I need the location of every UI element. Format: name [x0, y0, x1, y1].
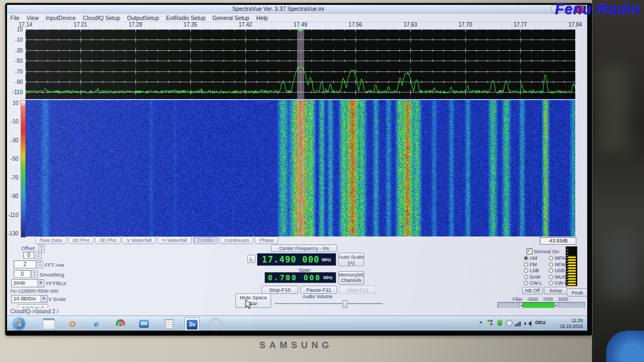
sample-rate-info: Fs=1228800 RBW=600: [10, 288, 58, 294]
tray-expand-icon[interactable]: ▲: [479, 320, 483, 324]
waterfall-db-axis: 10-10-30-50-70-90-110-130: [7, 100, 19, 236]
waterfall-db-tick-7: -130: [7, 231, 18, 236]
waterfall-db-tick-0: 10: [7, 100, 18, 106]
v-scale-select[interactable]: 10 dB/Div: [11, 295, 48, 303]
mouse-cursor: [245, 299, 252, 310]
view-tab-4[interactable]: H Waterfall: [157, 236, 192, 244]
spectrum-db-tick-4: -70: [7, 69, 23, 75]
setup-button[interactable]: Setup: [544, 287, 568, 294]
tray-language-indicator[interactable]: DEU: [535, 320, 546, 325]
view-tab-6[interactable]: Continuum: [220, 236, 253, 244]
smoothing-spinner[interactable]: ▲▼: [31, 270, 38, 278]
fft-blk-select[interactable]: 2048: [11, 279, 44, 287]
window-title: SpectraVue Ver. 3.37 SpectraVue.ini: [7, 5, 549, 12]
mode-radio-8[interactable]: CW-L: [523, 280, 548, 287]
memory-channels-button[interactable]: Memory(M) Channels: [338, 271, 364, 285]
audio-volume-track[interactable]: [274, 303, 383, 304]
view-tab-5[interactable]: Combo: [193, 236, 219, 244]
remote-app-icon[interactable]: [137, 318, 151, 330]
tray-date: 15.10.2015: [560, 324, 583, 330]
span-unit: MHz: [323, 275, 332, 280]
start-button-orb[interactable]: [12, 317, 25, 330]
menu-item-3[interactable]: CloudIQ Setup: [83, 15, 120, 21]
offset-value[interactable]: 0: [23, 252, 34, 259]
tray-security-shield-icon[interactable]: [497, 320, 502, 326]
view-tab-7[interactable]: Phase: [255, 236, 278, 244]
tray-clock-icon[interactable]: [506, 320, 512, 326]
spectrum-plot[interactable]: [25, 29, 575, 100]
waterfall-db-tick-6: -110: [7, 212, 18, 218]
freq-tick-5: 17.49: [293, 22, 307, 28]
pause-button[interactable]: Pause-F11: [300, 286, 337, 294]
l-button[interactable]: L: [247, 255, 255, 263]
view-tab-2[interactable]: 3D Plot: [95, 236, 121, 244]
stop-button[interactable]: Stop-F10: [261, 286, 298, 294]
view-tab-3[interactable]: V Waterfall: [122, 236, 156, 244]
laptop-brand-logo: SAMSUNG: [242, 340, 350, 351]
demod-on-label: Demod On: [534, 248, 559, 254]
mode-radio-6[interactable]: SAM: [523, 274, 548, 281]
offset-label: Offset: [21, 245, 35, 251]
view-tab-1[interactable]: 2D Plot: [68, 236, 94, 244]
laptop-screen: SpectraVue Ver. 3.37 SpectraVue.ini – ▢ …: [5, 3, 592, 335]
smoothing-input[interactable]: 0: [14, 270, 31, 278]
start-button[interactable]: Start-F12: [339, 286, 376, 294]
filter-high-value: 3500: [558, 297, 568, 302]
tray-clock[interactable]: 11:28 15.10.2015: [560, 318, 583, 330]
mute-button[interactable]: Mute Space Bar: [235, 293, 271, 308]
menu-item-5[interactable]: ExtRadio Setup: [166, 15, 206, 21]
file-explorer-icon[interactable]: [42, 318, 56, 330]
menu-item-6[interactable]: General Setup: [213, 15, 249, 21]
audio-volume-label: Audio Volume: [303, 294, 333, 299]
menu-item-0[interactable]: File: [10, 15, 19, 21]
status-bar: CloudIQ->Sound 2 /: [7, 308, 587, 315]
center-frequency-unit: MHz: [321, 257, 331, 262]
fft-ave-input[interactable]: 2: [14, 260, 36, 268]
nb-off-button[interactable]: NB Off: [522, 287, 543, 294]
freq-tick-1: 17.21: [74, 22, 87, 28]
spectrum-db-tick-3: -50: [7, 58, 23, 64]
mode-radio-0[interactable]: AM: [523, 255, 548, 262]
menu-item-2[interactable]: InputDevice: [46, 15, 76, 21]
offset-spinner[interactable]: ▲▼: [35, 251, 42, 259]
signal-level-meter: [566, 246, 577, 286]
freq-tick-6: 17.56: [349, 22, 362, 28]
spectrum-db-tick-1: -10: [7, 37, 23, 43]
menu-item-7[interactable]: Help: [257, 15, 268, 21]
frequency-axis: 17.1417.2117.2817.3517.4217.4917.5617.63…: [25, 22, 575, 29]
demod-on-checkbox[interactable]: [527, 248, 533, 254]
view-tab-0[interactable]: Raw Data: [35, 236, 67, 244]
peak-button[interactable]: Peak: [567, 288, 587, 297]
waterfall-plot[interactable]: [25, 100, 575, 236]
internet-explorer-icon[interactable]: e: [89, 318, 103, 330]
spectrum-db-tick-0: 10: [7, 27, 23, 32]
audio-volume-thumb[interactable]: [343, 300, 347, 308]
auto-scale-button[interactable]: Auto Scale (A): [338, 253, 364, 266]
tray-app-icon[interactable]: [488, 320, 493, 325]
fft-ave-spinner[interactable]: ▲▼: [37, 260, 43, 268]
mode-radio-4[interactable]: LSB: [523, 268, 548, 274]
freq-tick-10: 17.84: [568, 22, 582, 28]
mode-radio-2[interactable]: FM: [523, 262, 548, 268]
outlook-icon[interactable]: O: [65, 318, 80, 330]
span-digits: 0.700 000: [268, 273, 321, 282]
spectrum-db-tick-2: -30: [7, 48, 23, 54]
chrome-icon[interactable]: [113, 318, 127, 330]
v-scale-label: V Scale: [48, 296, 66, 302]
status-text: CloudIQ->Sound 2 /: [10, 308, 58, 314]
center-frequency-display[interactable]: 17.490 000 MHz: [257, 253, 336, 266]
menu-item-1[interactable]: View: [27, 15, 39, 21]
spectravue-taskbar-icon[interactable]: Sv: [185, 317, 200, 331]
menu-item-4[interactable]: OutputSetup: [127, 15, 159, 21]
span-display[interactable]: 0.700 000 MHz: [265, 272, 336, 283]
waterfall-db-tick-3: -50: [7, 156, 18, 162]
notepad-icon[interactable]: [162, 318, 176, 330]
freq-tick-9: 17.77: [514, 22, 527, 28]
spectrum-db-axis: 10-10-30-50-70-90-110: [7, 29, 24, 100]
window-titlebar[interactable]: SpectraVue Ver. 3.37 SpectraVue.ini – ▢ …: [7, 5, 587, 14]
tray-network-icon[interactable]: [515, 321, 521, 326]
media-app-icon[interactable]: [208, 318, 222, 330]
filter-bw-value: 7000: [543, 297, 553, 302]
signal-level-readout: -43.93dB: [540, 237, 576, 245]
freq-tick-3: 17.35: [183, 22, 197, 28]
